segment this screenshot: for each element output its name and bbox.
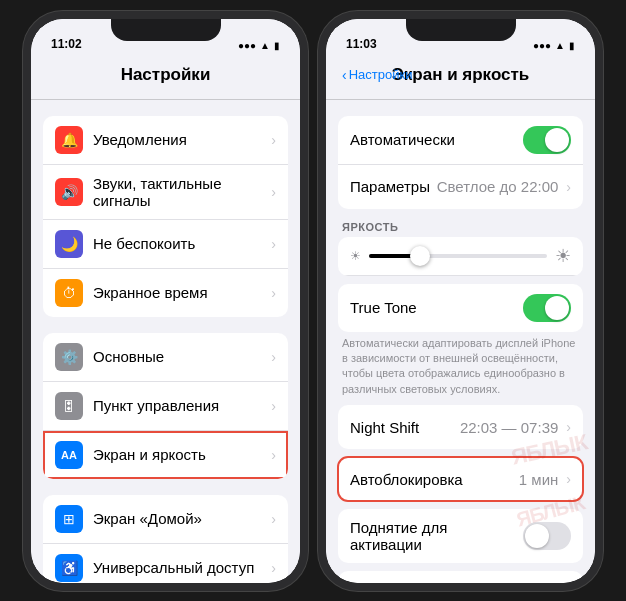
- home-screen-icon: ⊞: [55, 505, 83, 533]
- toggle-knob: [545, 128, 569, 152]
- brightness-thumb[interactable]: [410, 246, 430, 266]
- chevron-icon: ›: [271, 398, 276, 414]
- chevron-back-icon: ‹: [342, 67, 347, 83]
- brightness-group: ☀ ☀: [338, 237, 583, 276]
- item-label: Звуки, тактильные сигналы: [93, 175, 267, 209]
- sounds-icon: 🔊: [55, 178, 83, 206]
- notifications-icon: 🔔: [55, 126, 83, 154]
- brightness-low-icon: ☀: [350, 249, 361, 263]
- auto-toggle[interactable]: [523, 126, 571, 154]
- signal-icon-right: ●●●: [533, 40, 551, 51]
- truetone-toggle[interactable]: [523, 294, 571, 322]
- brightness-section-label: ЯРКОСТЬ: [326, 209, 595, 237]
- chevron-icon: ›: [566, 419, 571, 435]
- screen-right: 11:03 ●●● ▲ ▮ ‹ Настройки Экран и яркост…: [326, 19, 595, 583]
- item-label: Уведомления: [93, 131, 267, 148]
- item-value: Светлое до 22:00: [437, 178, 559, 195]
- nightshift-group: Night Shift 22:03 — 07:39 ›: [338, 405, 583, 449]
- brightness-fill: [369, 254, 414, 258]
- auto-brightness-group: Автоматически Параметры Светлое до 22:00…: [338, 116, 583, 209]
- autolock-value: 1 мин: [519, 471, 559, 488]
- chevron-icon: ›: [271, 349, 276, 365]
- list-item[interactable]: 🔊 Звуки, тактильные сигналы ›: [43, 165, 288, 220]
- battery-icon-right: ▮: [569, 40, 575, 51]
- display-settings-item[interactable]: AA Экран и яркость ›: [43, 431, 288, 479]
- phone-right: 11:03 ●●● ▲ ▮ ‹ Настройки Экран и яркост…: [318, 11, 603, 591]
- list-content-left[interactable]: 🔔 Уведомления › 🔊 Звуки, тактильные сигн…: [31, 100, 300, 583]
- notch-right: [406, 19, 516, 41]
- params-item[interactable]: Параметры Светлое до 22:00 ›: [338, 165, 583, 209]
- chevron-icon: ›: [566, 179, 571, 195]
- brightness-high-icon: ☀: [555, 245, 571, 267]
- raise-wake-group: Поднятие для активации: [338, 509, 583, 563]
- status-icons-left: ●●● ▲ ▮: [238, 40, 280, 51]
- item-label: Параметры: [350, 178, 437, 195]
- back-button[interactable]: ‹ Настройки: [342, 59, 412, 91]
- list-item[interactable]: 🔔 Уведомления ›: [43, 116, 288, 165]
- truetone-label: True Tone: [350, 299, 523, 316]
- status-time-left: 11:02: [51, 37, 82, 51]
- phone-left: 11:02 ●●● ▲ ▮ Настройки 🔔 Уведомления ›: [23, 11, 308, 591]
- list-item[interactable]: ♿ Универсальный доступ ›: [43, 544, 288, 583]
- text-group: Размер текста › Жирный шрифт: [338, 571, 583, 582]
- autolock-label: Автоблокировка: [350, 471, 519, 488]
- settings-group-2: ⚙️ Основные › 🎛 Пункт управления › AA Эк…: [43, 333, 288, 479]
- nav-bar-left: Настройки: [31, 55, 300, 100]
- list-item[interactable]: 🎛 Пункт управления ›: [43, 382, 288, 431]
- dnd-icon: 🌙: [55, 230, 83, 258]
- status-time-right: 11:03: [346, 37, 377, 51]
- autolock-group: Автоблокировка 1 мин ›: [338, 457, 583, 501]
- signal-icon: ●●●: [238, 40, 256, 51]
- chevron-icon: ›: [271, 236, 276, 252]
- autolock-item[interactable]: Автоблокировка 1 мин ›: [338, 457, 583, 501]
- list-content-right[interactable]: Автоматически Параметры Светлое до 22:00…: [326, 100, 595, 583]
- chevron-icon: ›: [271, 184, 276, 200]
- toggle-knob: [525, 524, 549, 548]
- brightness-track[interactable]: [369, 254, 547, 258]
- chevron-icon: ›: [271, 560, 276, 576]
- toggle-knob: [545, 296, 569, 320]
- accessibility-icon: ♿: [55, 554, 83, 582]
- nav-title-left: Настройки: [121, 65, 211, 85]
- display-icon: AA: [55, 441, 83, 469]
- list-item[interactable]: ⚙️ Основные ›: [43, 333, 288, 382]
- item-label: Пункт управления: [93, 397, 267, 414]
- item-label: Night Shift: [350, 419, 460, 436]
- auto-item[interactable]: Автоматически: [338, 116, 583, 165]
- chevron-icon: ›: [271, 132, 276, 148]
- item-label: Экран и яркость: [93, 446, 267, 463]
- screentime-icon: ⏱: [55, 279, 83, 307]
- battery-icon: ▮: [274, 40, 280, 51]
- brightness-slider-row[interactable]: ☀ ☀: [338, 237, 583, 276]
- wifi-icon: ▲: [260, 40, 270, 51]
- screen-left: 11:02 ●●● ▲ ▮ Настройки 🔔 Уведомления ›: [31, 19, 300, 583]
- back-label: Настройки: [349, 67, 413, 82]
- nightshift-item[interactable]: Night Shift 22:03 — 07:39 ›: [338, 405, 583, 449]
- text-size-item[interactable]: Размер текста ›: [338, 571, 583, 582]
- raise-wake-item[interactable]: Поднятие для активации: [338, 509, 583, 563]
- chevron-icon: ›: [271, 285, 276, 301]
- chevron-icon: ›: [271, 511, 276, 527]
- settings-group-3: ⊞ Экран «Домой» › ♿ Универсальный доступ…: [43, 495, 288, 583]
- wifi-icon-right: ▲: [555, 40, 565, 51]
- item-label: Автоматически: [350, 131, 523, 148]
- item-label: Не беспокоить: [93, 235, 267, 252]
- list-item[interactable]: ⏱ Экранное время ›: [43, 269, 288, 317]
- list-item[interactable]: 🌙 Не беспокоить ›: [43, 220, 288, 269]
- raise-wake-toggle[interactable]: [523, 522, 571, 550]
- truetone-item[interactable]: True Tone: [338, 284, 583, 332]
- chevron-icon: ›: [271, 447, 276, 463]
- item-label: Универсальный доступ: [93, 559, 267, 576]
- item-label: Экран «Домой»: [93, 510, 267, 527]
- notch-left: [111, 19, 221, 41]
- general-icon: ⚙️: [55, 343, 83, 371]
- item-label: Поднятие для активации: [350, 519, 523, 553]
- truetone-description: Автоматически адаптировать дисплей iPhon…: [326, 332, 595, 406]
- truetone-group: True Tone: [338, 284, 583, 332]
- settings-group-1: 🔔 Уведомления › 🔊 Звуки, тактильные сигн…: [43, 116, 288, 317]
- chevron-icon: ›: [566, 471, 571, 487]
- nav-bar-right: ‹ Настройки Экран и яркость: [326, 55, 595, 100]
- item-label: Основные: [93, 348, 267, 365]
- list-item[interactable]: ⊞ Экран «Домой» ›: [43, 495, 288, 544]
- control-center-icon: 🎛: [55, 392, 83, 420]
